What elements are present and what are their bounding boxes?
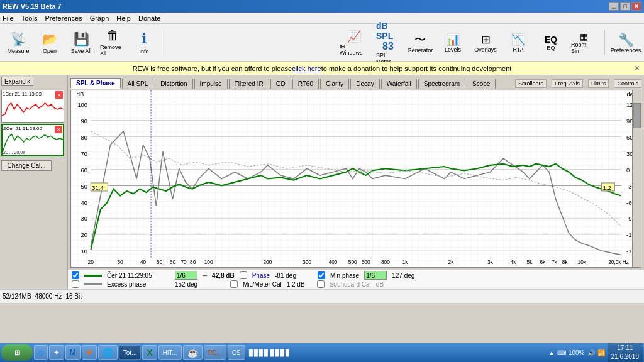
tab-all-spl[interactable]: All SPL: [122, 79, 154, 89]
expand-button[interactable]: Expand »: [1, 77, 33, 86]
meas-2-checkbox[interactable]: [72, 280, 79, 288]
meas-mic-meter-label: Mic/Meter Cal: [243, 281, 282, 288]
taskbar-rew[interactable]: RE...: [204, 345, 226, 360]
meas-1-min-phase-smoothing[interactable]: [364, 271, 387, 280]
menu-tools[interactable]: Tools: [21, 14, 38, 22]
clock-time: 17:11: [611, 344, 640, 353]
menu-donate[interactable]: Donate: [138, 14, 160, 22]
vertical-scrollbar[interactable]: [632, 90, 641, 267]
generator-button[interactable]: 〜 Generator: [406, 26, 435, 59]
overlays-button[interactable]: ⊞ Overlays: [471, 26, 500, 59]
limits-button[interactable]: Limits: [588, 79, 609, 88]
menu-preferences[interactable]: Preferences: [45, 14, 82, 22]
minimize-btn[interactable]: _: [609, 2, 619, 11]
remove-all-button[interactable]: 🗑 Remove All: [98, 26, 127, 59]
measurement-data-bar: Čer 21 11:29:05 ─ 42,8 dB Phase -81 deg …: [68, 269, 644, 289]
info-button[interactable]: ℹ Info: [130, 26, 158, 59]
scrollbar-thumb[interactable]: [633, 103, 641, 128]
svg-text:0: 0: [626, 167, 630, 173]
tab-spectrogram[interactable]: Spectrogram: [418, 79, 465, 89]
tab-gd[interactable]: GD: [270, 79, 291, 89]
svg-text:100: 100: [77, 101, 87, 108]
system-tray: ▲ ⌨ 100% 🔊 📶 17:11 21.6.2018: [548, 343, 643, 362]
meas-1-checkbox[interactable]: [72, 272, 79, 279]
menu-graph[interactable]: Graph: [90, 14, 109, 22]
menu-help[interactable]: Help: [116, 14, 131, 22]
meas-soundcard-cal-checkbox[interactable]: [317, 280, 325, 288]
tab-clarity[interactable]: Clarity: [320, 79, 349, 89]
tab-waterfall[interactable]: Waterfall: [381, 79, 417, 89]
spl-meter-button[interactable]: dB SPL 83 SPL Meter: [374, 26, 402, 59]
controls-button[interactable]: Controls: [614, 79, 641, 88]
tab-scope[interactable]: Scope: [467, 79, 496, 89]
svg-text:80: 80: [81, 134, 87, 141]
meas-mic-meter-checkbox[interactable]: [230, 280, 238, 288]
taskbar-java[interactable]: ☕: [183, 345, 203, 360]
cs-label: CS: [232, 349, 241, 356]
meas-1-min-phase-checkbox[interactable]: [318, 272, 325, 279]
scrollbars-button[interactable]: Scrollbars: [515, 79, 547, 88]
donation-close-btn[interactable]: ✕: [634, 64, 640, 73]
status-bar: 52/124MB 48000 Hz 16 Bit: [0, 289, 644, 303]
close-btn[interactable]: ✕: [631, 2, 641, 11]
system-clock[interactable]: 17:11 21.6.2018: [608, 343, 643, 362]
ir-windows-button[interactable]: 📈 IR Windows: [338, 26, 370, 59]
eq-icon: EQ: [545, 35, 557, 45]
tab-decay[interactable]: Decay: [350, 79, 379, 89]
room-sim-button[interactable]: ▦ Room Sim: [569, 26, 598, 59]
measurement-2-thumb[interactable]: 2Čer 21 11:29:05 20 ... 20,0k ✕: [1, 124, 64, 156]
taskbar-ie[interactable]: e: [34, 345, 48, 360]
save-all-button[interactable]: 💾 Save All: [67, 26, 96, 59]
measure-icon: 📡: [11, 31, 26, 47]
clock-date: 21.6.2018: [611, 353, 640, 361]
taskbar-word[interactable]: HiT...: [158, 345, 182, 360]
taskbar-chrome[interactable]: 🌐: [98, 345, 118, 360]
taskbar-excel[interactable]: X: [142, 345, 157, 360]
tab-bar: SPL & Phase All SPL Distortion Impulse F…: [68, 75, 644, 89]
tab-filtered-ir[interactable]: Filtered IR: [229, 79, 269, 89]
donation-link[interactable]: click here: [292, 65, 321, 72]
taskbar-app4[interactable]: ❋: [82, 345, 97, 360]
meas-1-phase-checkbox[interactable]: [240, 272, 247, 279]
svg-text:20,0k Hz: 20,0k Hz: [608, 258, 629, 265]
tab-impulse[interactable]: Impulse: [194, 79, 228, 89]
maximize-btn[interactable]: □: [620, 2, 630, 11]
taskbar-app2[interactable]: ✦: [49, 345, 64, 360]
volume-icon[interactable]: 🔊: [587, 349, 595, 356]
start-button[interactable]: ⊞: [1, 344, 33, 361]
preferences-button[interactable]: 🔧 Preferences: [611, 26, 640, 59]
svg-text:600: 600: [362, 258, 370, 265]
measurement-1-label: 1Čer 21 11:13:03: [3, 91, 42, 97]
meas-2-label: Excess phase: [107, 281, 170, 288]
meas-mic-meter-value: 1,2 dB: [287, 281, 312, 288]
meas-1-smoothing[interactable]: [175, 271, 197, 280]
svg-text:80: 80: [190, 258, 196, 265]
taskbar-tot[interactable]: Tot...: [119, 345, 142, 360]
freq-axis-button[interactable]: Freq. Axis: [552, 79, 583, 88]
graph-container[interactable]: 100 90 80 70 60 50 40 30 20 10 dB 120 90…: [70, 90, 641, 268]
taskbar-outlook[interactable]: M: [65, 345, 80, 360]
rta-button[interactable]: 📉 RTA: [504, 26, 533, 59]
taskbar: ⊞ e ✦ M ❋ 🌐 Tot... X HiT... ☕ RE... CS ▊…: [0, 343, 644, 362]
open-button[interactable]: 📂 Open: [35, 26, 64, 59]
svg-text:3k: 3k: [487, 258, 494, 265]
tab-spl-phase[interactable]: SPL & Phase: [70, 78, 121, 89]
eq-button[interactable]: EQ EQ: [536, 26, 565, 59]
tab-rt60[interactable]: RT60: [292, 79, 319, 89]
svg-text:8k: 8k: [562, 258, 569, 265]
measurement-1-close-btn[interactable]: ✕: [55, 91, 63, 99]
menu-file[interactable]: File: [3, 14, 14, 22]
measurement-1-thumb[interactable]: 1Čer 21 11:13:03 ✕: [1, 90, 64, 123]
donation-bar: REW is free software, but if you can aff…: [0, 62, 644, 75]
signal-bars: ▊▊▊▊ ▊▊▊▊: [249, 349, 291, 356]
tab-distortion[interactable]: Distortion: [155, 79, 192, 89]
measurement-2-close-btn[interactable]: ✕: [55, 126, 62, 133]
measure-button[interactable]: 📡 Measure: [4, 26, 33, 59]
change-cal-button[interactable]: Change Cal...: [1, 160, 52, 171]
taskbar-cs[interactable]: CS: [228, 345, 245, 360]
tot-icon: Tot...: [123, 349, 137, 356]
toolbar: 📡 Measure 📂 Open 💾 Save All 🗑 Remove All…: [0, 24, 644, 62]
svg-text:70: 70: [180, 258, 187, 265]
tray-arrow[interactable]: ▲: [548, 349, 555, 356]
levels-button[interactable]: 📊 Levels: [438, 26, 467, 59]
